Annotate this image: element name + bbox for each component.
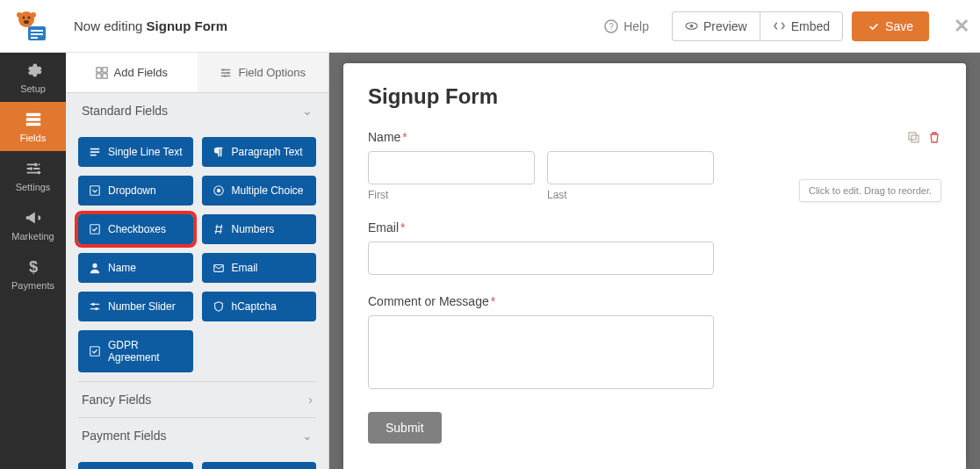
- last-sublabel: Last: [547, 189, 714, 201]
- form-title: Signup Form: [368, 84, 941, 109]
- field-button-label: Single Line Text: [108, 146, 183, 158]
- svg-point-17: [33, 163, 37, 167]
- paragraph-icon: [213, 146, 225, 158]
- vnav-label: Payments: [11, 280, 54, 291]
- payment-btn-single-item[interactable]: Single Item: [78, 462, 193, 469]
- section-fancy-fields[interactable]: Fancy Fields ›: [66, 382, 328, 417]
- payment-btn-multiple-items[interactable]: Multiple Items: [202, 462, 317, 469]
- email-input[interactable]: [368, 242, 714, 275]
- svg-text:?: ?: [609, 22, 614, 32]
- field-email[interactable]: Email*: [368, 220, 941, 275]
- vnav-label: Fields: [20, 133, 46, 143]
- svg-rect-15: [25, 118, 40, 121]
- preview-button[interactable]: Preview: [672, 11, 760, 41]
- field-button-label: Name: [108, 262, 136, 274]
- save-button[interactable]: Save: [852, 11, 929, 41]
- name-label: Name*: [368, 130, 941, 144]
- shield-icon: [213, 300, 225, 313]
- top-toolbar: Now editing Signup Form ? Help Preview E…: [0, 0, 980, 53]
- sliders-h-icon: [89, 300, 101, 313]
- field-comment[interactable]: Comment or Message*: [368, 294, 941, 393]
- first-sublabel: First: [368, 189, 535, 201]
- reorder-hint: Click to edit. Drag to reorder.: [799, 179, 941, 202]
- svg-rect-21: [96, 67, 100, 71]
- chevron-down-icon: ⌄: [302, 104, 313, 118]
- last-name-input[interactable]: [547, 151, 714, 184]
- field-btn-paragraph-text[interactable]: Paragraph Text: [202, 137, 317, 167]
- field-name[interactable]: Name* First Last Click to edit. Drag to: [368, 130, 941, 201]
- field-button-label: Dropdown: [108, 184, 156, 197]
- help-link[interactable]: ? Help: [604, 19, 649, 33]
- svg-rect-22: [102, 67, 106, 71]
- svg-rect-14: [25, 113, 40, 117]
- vnav-payments[interactable]: $ Payments: [0, 249, 66, 299]
- field-btn-name[interactable]: Name: [78, 253, 193, 283]
- gear-icon: [24, 61, 43, 80]
- svg-point-5: [31, 12, 36, 18]
- vnav-fields[interactable]: Fields: [0, 102, 66, 151]
- email-label: Email*: [368, 220, 941, 234]
- svg-point-19: [37, 171, 40, 175]
- fields-sidebar: Add Fields Field Options Standard Fields…: [66, 53, 329, 469]
- field-button-label: Checkboxes: [108, 223, 166, 235]
- field-btn-dropdown[interactable]: Dropdown: [78, 176, 193, 206]
- field-button-label: hCaptcha: [232, 300, 277, 313]
- trash-icon[interactable]: [927, 130, 941, 144]
- section-payment-fields[interactable]: Payment Fields ⌄: [66, 418, 328, 453]
- vnav-label: Setup: [20, 83, 46, 94]
- svg-point-13: [690, 25, 694, 28]
- comment-label: Comment or Message*: [368, 294, 941, 308]
- field-button-label: Number Slider: [108, 300, 176, 313]
- svg-rect-40: [909, 133, 916, 140]
- vnav-label: Settings: [16, 182, 51, 192]
- field-btn-single-line-text[interactable]: Single Line Text: [78, 137, 193, 167]
- editing-title: Now editing Signup Form: [74, 18, 227, 33]
- svg-rect-24: [102, 73, 106, 77]
- chevron-right-icon: ›: [308, 393, 313, 407]
- close-button[interactable]: ✕: [954, 15, 969, 38]
- svg-point-4: [17, 12, 22, 18]
- vnav-label: Marketing: [11, 231, 54, 242]
- check-sq-icon: [89, 223, 101, 235]
- hash-icon: [213, 223, 225, 235]
- svg-point-1: [23, 16, 25, 18]
- wpforms-logo: [11, 7, 53, 46]
- section-standard-fields[interactable]: Standard Fields ⌄: [66, 93, 328, 128]
- user-icon: [89, 262, 101, 274]
- svg-rect-16: [25, 123, 40, 126]
- bullhorn-icon: [24, 208, 43, 227]
- code-icon: [773, 19, 786, 32]
- eye-icon: [685, 19, 698, 32]
- embed-button[interactable]: Embed: [760, 11, 843, 41]
- svg-point-34: [92, 303, 95, 306]
- svg-point-27: [224, 75, 227, 77]
- first-name-input[interactable]: [368, 151, 535, 184]
- field-button-label: GDPR Agreement: [108, 339, 183, 364]
- vertical-nav: Setup Fields Settings Marketing $ Paymen…: [0, 53, 66, 469]
- sliders-h-icon: [220, 67, 232, 79]
- field-button-label: Paragraph Text: [232, 146, 303, 158]
- field-btn-multiple-choice[interactable]: Multiple Choice: [202, 176, 317, 206]
- vnav-settings[interactable]: Settings: [0, 151, 66, 200]
- svg-point-25: [223, 69, 226, 71]
- vnav-setup[interactable]: Setup: [0, 53, 66, 102]
- field-btn-number-slider[interactable]: Number Slider: [78, 292, 193, 321]
- vnav-marketing[interactable]: Marketing: [0, 200, 66, 249]
- tab-field-options[interactable]: Field Options: [198, 53, 329, 92]
- field-btn-gdpr-agreement[interactable]: GDPR Agreement: [78, 330, 193, 372]
- svg-rect-41: [912, 135, 919, 142]
- svg-point-35: [95, 307, 97, 310]
- dollar-icon: $: [24, 257, 43, 277]
- submit-button[interactable]: Submit: [368, 412, 442, 444]
- dot-circle-icon: [213, 184, 225, 197]
- field-btn-checkboxes[interactable]: Checkboxes: [78, 214, 193, 244]
- field-btn-hcaptcha[interactable]: hCaptcha: [202, 292, 317, 321]
- field-btn-numbers[interactable]: Numbers: [202, 214, 317, 244]
- duplicate-icon[interactable]: [906, 130, 920, 144]
- svg-rect-8: [31, 33, 43, 35]
- comment-textarea[interactable]: [368, 315, 714, 389]
- field-button-label: Multiple Choice: [232, 184, 304, 197]
- svg-point-18: [29, 167, 32, 170]
- tab-add-fields[interactable]: Add Fields: [66, 53, 198, 92]
- field-btn-email[interactable]: Email: [202, 253, 317, 283]
